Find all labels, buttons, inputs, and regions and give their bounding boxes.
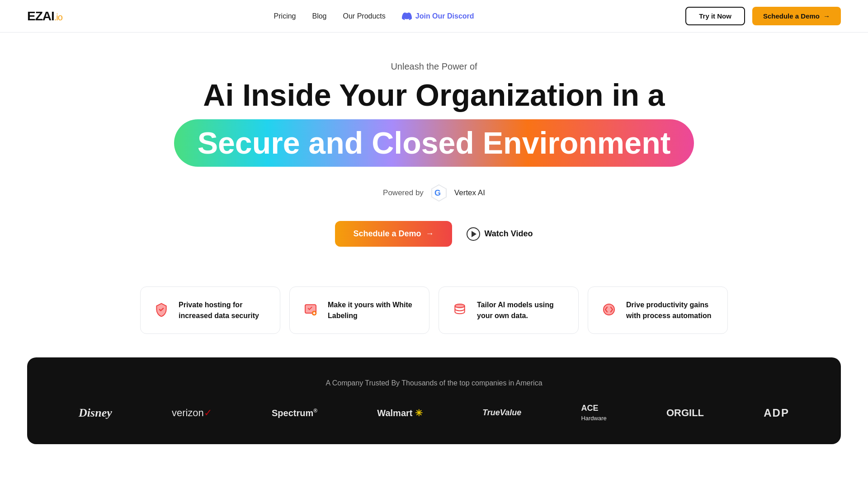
- adp-logo: ADP: [764, 407, 789, 419]
- verizon-logo: verizon✓: [172, 407, 212, 419]
- nav-products[interactable]: Our Products: [343, 12, 386, 20]
- spectrum-logo: Spectrum®: [272, 408, 317, 418]
- hero-subtitle: Unleash the Power of: [18, 61, 850, 72]
- feature-card-private-hosting: Private hosting for increased data secur…: [140, 286, 280, 333]
- arrow-icon: →: [823, 12, 830, 20]
- nav-actions: Try it Now Schedule a Demo →: [685, 7, 841, 25]
- trusted-title: A Company Trusted By Thousands of the to…: [54, 379, 814, 387]
- discord-icon: [402, 11, 412, 21]
- nav-pricing[interactable]: Pricing: [274, 12, 296, 20]
- feature-card-productivity: Drive productivity gains with process au…: [588, 286, 728, 333]
- features-row: Private hosting for increased data secur…: [0, 286, 868, 357]
- vertex-ai-name: Vertex AI: [454, 188, 485, 197]
- hero-gradient-text: Secure and Closed Environment: [198, 126, 671, 160]
- svg-text:G: G: [434, 188, 441, 197]
- arrow-right-icon: →: [426, 229, 434, 239]
- nav-discord[interactable]: Join Our Discord: [402, 11, 474, 21]
- hero-title-line1: Ai Inside Your Organization in a: [18, 78, 850, 112]
- cta-buttons-row: Schedule a Demo → Watch Video: [18, 221, 850, 247]
- truevalue-logo: TrueValue: [482, 408, 521, 418]
- logo[interactable]: EZAI.io: [27, 9, 62, 23]
- brand-logos-row: Disney verizon✓ Spectrum® Walmart ✳ True…: [54, 404, 814, 422]
- code-icon: [599, 300, 619, 319]
- hero-section: Unleash the Power of Ai Inside Your Orga…: [0, 33, 868, 286]
- feature-white-label-text: Make it yours with White Labeling: [328, 300, 418, 320]
- hero-gradient-pill: Secure and Closed Environment: [174, 119, 694, 167]
- play-circle-icon: [467, 227, 480, 241]
- ace-hardware-logo: ACEHardware: [581, 404, 606, 422]
- feature-private-hosting-text: Private hosting for increased data secur…: [179, 300, 269, 320]
- vertex-ai-logo: G: [429, 183, 449, 203]
- walmart-logo: Walmart ✳: [377, 408, 423, 418]
- disney-logo: Disney: [79, 406, 112, 420]
- trusted-section: A Company Trusted By Thousands of the to…: [27, 357, 841, 444]
- feature-card-tailor-ai: Tailor AI models using your own data.: [439, 286, 579, 333]
- schedule-demo-button[interactable]: Schedule a Demo →: [335, 221, 452, 247]
- nav-links: Pricing Blog Our Products Join Our Disco…: [274, 11, 474, 21]
- nav-blog[interactable]: Blog: [312, 12, 326, 20]
- database-icon: [450, 300, 470, 319]
- white-label-icon: [301, 300, 321, 319]
- feature-productivity-text: Drive productivity gains with process au…: [626, 300, 717, 320]
- try-now-button[interactable]: Try it Now: [685, 7, 745, 25]
- nav-schedule-demo-button[interactable]: Schedule a Demo →: [752, 7, 841, 25]
- powered-by-label: Powered by: [383, 188, 424, 197]
- orgill-logo: ORGILL: [666, 407, 704, 419]
- shield-icon: [151, 300, 171, 319]
- powered-by-row: Powered by G Vertex AI: [18, 183, 850, 203]
- navigation: EZAI.io Pricing Blog Our Products Join O…: [0, 0, 868, 33]
- svg-point-4: [455, 304, 464, 308]
- feature-tailor-ai-text: Tailor AI models using your own data.: [477, 300, 567, 320]
- feature-card-white-labeling: Make it yours with White Labeling: [289, 286, 429, 333]
- watch-video-button[interactable]: Watch Video: [467, 227, 533, 241]
